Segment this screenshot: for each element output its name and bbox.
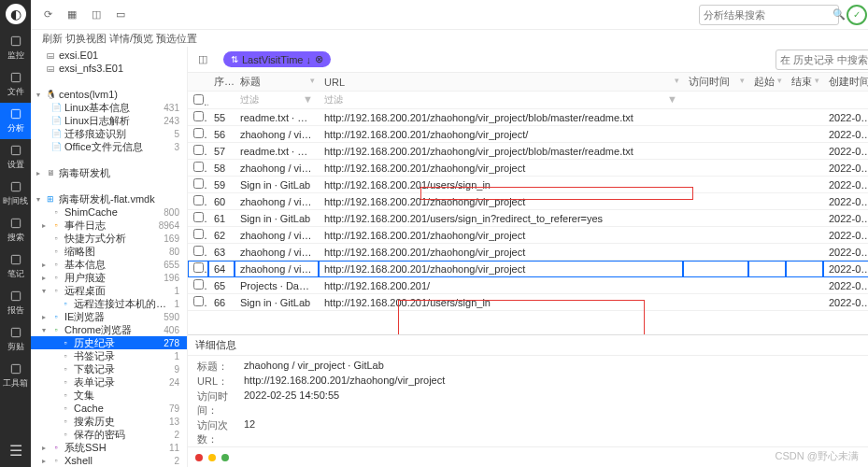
row-checkbox[interactable] [193, 111, 204, 121]
row-checkbox[interactable] [193, 178, 204, 189]
svg-rect-3 [11, 146, 20, 154]
tree-item[interactable]: 📄Office文件元信息3 [31, 140, 187, 153]
col-header[interactable]: URL▾ [319, 73, 683, 92]
rail-item-tools[interactable]: 工具箱 [0, 358, 31, 394]
col-header[interactable] [188, 73, 208, 92]
tree-panel[interactable]: 🖴exsi.E01🖴exsi_nfs3.E01▾🐧centos(lvm1)📄Li… [31, 47, 188, 467]
row-checkbox[interactable] [193, 296, 204, 306]
tree-item[interactable]: ▫历史纪录278 [31, 336, 187, 349]
tree-item[interactable]: 🖴exsi_nfs3.E01 [31, 62, 187, 75]
sort-pill[interactable]: ⇅ LastVisitTime ↓ ⊗ [223, 51, 331, 67]
tree-item[interactable] [31, 75, 187, 88]
table-wrap[interactable]: 序号标题▾URL▾访问时间▾起始▾结束▾创建时间▾起始▾结束▾过滤 ▼过滤 ▼ … [188, 73, 868, 334]
tree-item[interactable]: ▾▫Chrome浏览器406 [31, 323, 187, 336]
table-row[interactable]: 63zhaohong / vir_project ...http://192.1… [188, 244, 868, 261]
row-checkbox[interactable] [193, 195, 204, 205]
table-search-input[interactable] [780, 54, 868, 65]
svg-rect-0 [11, 36, 20, 45]
tree-item[interactable]: 📄迁移痕迹识别5 [31, 127, 187, 140]
table-row[interactable]: 57readme.txt · master · zh...http://192.… [188, 143, 868, 160]
svg-rect-2 [11, 109, 20, 118]
table-row[interactable]: 55readme.txt · master · zh...http://192.… [188, 109, 868, 126]
detail-toggle-icon[interactable]: ◫ [87, 6, 106, 24]
col-header[interactable]: 结束▾ [786, 73, 823, 92]
tree-item[interactable]: ▫缩略图80 [31, 245, 187, 258]
pill-close-icon[interactable]: ⊗ [315, 53, 323, 65]
tree-item[interactable]: ▾⊞病毒研发机-flat.vmdk [31, 192, 187, 205]
table-row[interactable]: 60zhaohong / vir_project ...http://192.1… [188, 193, 868, 210]
table-row[interactable]: 58zhaohong / vir_project ...http://192.1… [188, 160, 868, 177]
app-logo: ◐ [6, 4, 26, 24]
col-header[interactable]: 创建时间▾ [823, 73, 868, 92]
table-search[interactable]: 🔍 [776, 50, 868, 70]
tree-item[interactable] [31, 153, 187, 166]
svg-rect-6 [11, 255, 20, 263]
tree-item[interactable]: ▫ShimCache800 [31, 205, 187, 219]
tree-item[interactable]: ▸▫事件日志8964 [31, 219, 187, 232]
rail-item-clipboard[interactable]: 剪贴 [0, 321, 31, 358]
view-toggle-icon[interactable]: ▦ [63, 6, 81, 24]
detail-title: 详细信息 [195, 338, 236, 352]
global-search[interactable]: 🔍 [699, 5, 839, 25]
detail-key: URL： [197, 375, 244, 389]
rail-item-timeline[interactable]: 时间线 [0, 176, 31, 212]
col-header[interactable]: 标题▾ [235, 73, 319, 92]
tree-item[interactable]: ▸▫Xshell2 [31, 454, 187, 467]
rail-item-settings[interactable]: 设置 [0, 139, 31, 176]
table-row[interactable]: 64zhaohong / vir_project ...http://192.1… [188, 261, 868, 277]
tree-item[interactable]: ▾▫远程桌面1 [31, 284, 187, 297]
tree-item[interactable]: ▸▫用户痕迹196 [31, 271, 187, 284]
tree-item[interactable]: ▫Cache79 [31, 402, 187, 415]
search-icon[interactable]: 🔍 [832, 8, 846, 21]
row-checkbox[interactable] [193, 145, 204, 155]
select-all-checkbox[interactable] [193, 94, 204, 105]
col-header[interactable]: 起始▾ [748, 73, 786, 92]
row-checkbox[interactable] [193, 128, 204, 138]
rail-item-report[interactable]: 报告 [0, 285, 31, 321]
tree-item[interactable]: ▫下载记录9 [31, 362, 187, 375]
row-checkbox[interactable] [193, 262, 204, 273]
tree-item[interactable]: ▫远程连接过本机的记录1 [31, 297, 187, 310]
tree-item[interactable]: ▫表单记录24 [31, 375, 187, 389]
table-row[interactable]: 61Sign in · GitLabhttp://192.168.200.201… [188, 210, 868, 227]
confirm-button[interactable]: ✓ [847, 5, 867, 25]
tree-item[interactable]: ▸▫IE浏览器590 [31, 310, 187, 323]
row-checkbox[interactable] [193, 162, 204, 172]
position-icon[interactable]: ▭ [111, 6, 130, 24]
tree-item[interactable]: ▾🐧centos(lvm1) [31, 88, 187, 101]
tree-item[interactable]: ▸▫基本信息655 [31, 258, 187, 271]
tree-item[interactable]: ▸🖥病毒研发机 [31, 166, 187, 179]
col-header[interactable]: 序号 [208, 73, 235, 92]
rail-menu-icon[interactable]: ☰ [9, 442, 22, 460]
tree-item[interactable]: 📄Linux基本信息431 [31, 101, 187, 114]
table-row[interactable]: 59Sign in · GitLabhttp://192.168.200.201… [188, 177, 868, 193]
tree-item[interactable]: ▫书签记录1 [31, 349, 187, 362]
tree-item[interactable]: 📄Linux日志解析243 [31, 114, 187, 127]
rail-item-files[interactable]: 文件 [0, 66, 31, 103]
tree-item[interactable]: ▸▫系统SSH11 [31, 441, 187, 454]
panel-toggle-icon[interactable]: ◫ [193, 50, 212, 69]
row-checkbox[interactable] [193, 246, 204, 256]
rail-item-monitor[interactable]: 监控 [0, 30, 31, 66]
tree-item[interactable]: ▫保存的密码2 [31, 428, 187, 441]
left-rail: ◐ 监控文件分析设置时间线搜索笔记报告剪贴工具箱 ☰ [0, 0, 31, 467]
main-area: ⟳ ▦ ◫ ▭ 🔍 ✓ ▲ 📌 — ✕ 刷新 切换视图 详情/预览 预选位置 🖴… [31, 0, 868, 467]
table-row[interactable]: 65Projects · Dashboard · ...http://192.1… [188, 277, 868, 294]
table-row[interactable]: 56zhaohong / vir_project ...http://192.1… [188, 126, 868, 143]
row-checkbox[interactable] [193, 279, 204, 290]
row-checkbox[interactable] [193, 229, 204, 239]
col-header[interactable]: 访问时间▾ [683, 73, 748, 92]
table-row[interactable]: 66Sign in · GitLabhttp://192.168.200.201… [188, 294, 868, 311]
refresh-icon[interactable]: ⟳ [38, 6, 57, 24]
rail-item-analysis[interactable]: 分析 [0, 103, 31, 139]
tree-item[interactable]: ▫搜索历史13 [31, 415, 187, 428]
table-row[interactable]: 62zhaohong / vir_project ...http://192.1… [188, 227, 868, 244]
tree-item[interactable]: 🖴exsi.E01 [31, 49, 187, 62]
rail-item-search[interactable]: 搜索 [0, 212, 31, 248]
tree-item[interactable]: ▫快捷方式分析169 [31, 232, 187, 245]
row-checkbox[interactable] [193, 212, 204, 222]
global-search-input[interactable] [704, 9, 832, 21]
rail-item-notes[interactable]: 笔记 [0, 248, 31, 285]
tree-item[interactable]: ▫文集 [31, 389, 187, 402]
tree-item[interactable] [31, 179, 187, 192]
